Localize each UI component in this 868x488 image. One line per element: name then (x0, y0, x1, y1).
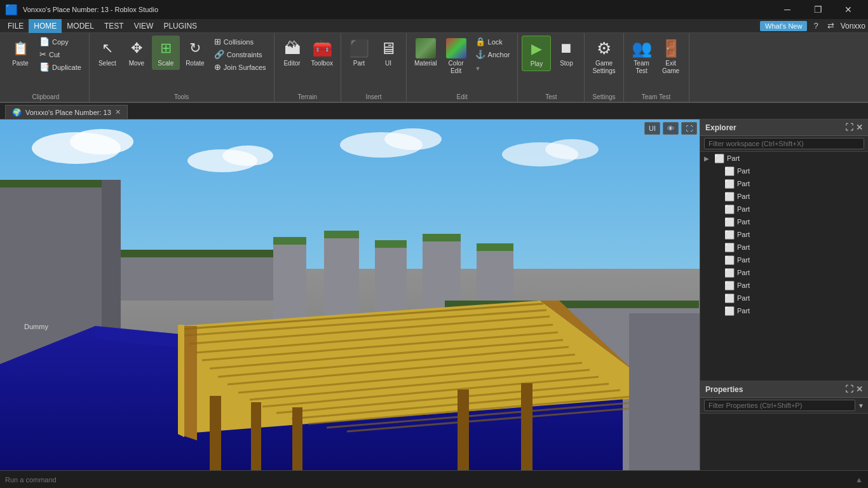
team-test-button[interactable]: 👥 TeamTest (628, 36, 656, 78)
toolbox-button[interactable]: 🧰 Toolbox (308, 36, 337, 70)
ui-icon: 🖥 (378, 38, 398, 58)
move-label: Move (129, 60, 144, 67)
list-item[interactable]: ⬜ Part (700, 165, 868, 177)
list-item[interactable]: ▶ ⬜ Part (700, 152, 868, 165)
properties-search-input[interactable] (704, 400, 855, 411)
move-button[interactable]: ✥ Move (123, 36, 151, 70)
material-button[interactable]: Material (410, 36, 441, 70)
copy-button[interactable]: 📄 Copy (36, 36, 85, 48)
rotate-button[interactable]: ↻ Rotate (181, 36, 209, 70)
insert-group-label: Insert (345, 93, 402, 100)
list-item[interactable]: ⬜ Part (700, 304, 868, 317)
list-item[interactable]: ⬜ Part (700, 228, 868, 241)
part-button[interactable]: ⬛ Part (345, 36, 373, 70)
maximize-button[interactable]: ❐ (803, 0, 832, 19)
share-icon[interactable]: ⇄ (825, 21, 837, 30)
constraints-button[interactable]: 🔗 Constraints (210, 48, 270, 60)
list-item[interactable]: ⬜ Part (700, 203, 868, 215)
edit-small-group: 🔒 Lock ⚓ Anchor ▼ (471, 36, 514, 73)
properties-close-icon[interactable]: ✕ (856, 384, 863, 394)
command-input[interactable] (5, 476, 853, 484)
material-label: Material (414, 60, 437, 67)
item-label: Part (737, 193, 750, 200)
part-item-icon: ⬜ (714, 154, 724, 163)
explorer-panel: Explorer ⛶ ✕ ▶ ⬜ Part ⬜ (700, 119, 868, 381)
menu-view[interactable]: VIEW (129, 19, 159, 33)
ribbon-group-terrain-items: 🏔 Editor 🧰 Toolbox (278, 36, 337, 92)
username-label[interactable]: Vonxxo (841, 22, 865, 30)
terrain-group-label: Terrain (278, 93, 337, 100)
scale-icon: ⊞ (156, 38, 176, 58)
whats-new-button[interactable]: What's New (760, 21, 807, 31)
exit-game-button[interactable]: 🚪 ExitGame (657, 36, 685, 78)
title-bar-controls: ─ ❐ ✕ (773, 0, 863, 19)
join-surfaces-button[interactable]: ⊕ Join Surfaces (210, 61, 270, 73)
svg-rect-48 (210, 396, 221, 470)
properties-maximize-icon[interactable]: ⛶ (845, 384, 853, 394)
properties-dropdown-icon[interactable]: ▼ (858, 402, 864, 409)
lock-button[interactable]: 🔒 Lock (471, 36, 514, 48)
ribbon-group-terrain: 🏔 Editor 🧰 Toolbox Terrain (275, 33, 341, 102)
ui-button[interactable]: 🖥 UI (374, 36, 402, 70)
list-item[interactable]: ⬜ Part (700, 254, 868, 266)
ribbon-group-clipboard: 📋 Paste 📄 Copy ✂ Cut 📑 Duplicate Clipboa… (3, 33, 90, 102)
ui-toggle-button[interactable]: UI (644, 122, 660, 135)
list-item[interactable]: ⬜ Part (700, 241, 868, 254)
list-item[interactable]: ⬜ Part (700, 279, 868, 292)
editor-button[interactable]: 🏔 Editor (278, 36, 306, 70)
settings-group-label: Settings (588, 93, 619, 100)
list-item[interactable]: ⬜ Part (700, 190, 868, 203)
menu-test[interactable]: TEST (99, 19, 129, 33)
menu-file[interactable]: FILE (3, 19, 29, 33)
part-item-icon: ⬜ (724, 205, 735, 214)
edit-expand-button[interactable]: ▼ (471, 64, 514, 73)
explorer-maximize-icon[interactable]: ⛶ (845, 123, 853, 132)
item-label: Part (737, 243, 750, 251)
properties-panel: Properties ⛶ ✕ ▼ (700, 381, 868, 470)
list-item[interactable]: ⬜ Part (700, 215, 868, 228)
part-item-icon: ⬜ (724, 230, 735, 240)
duplicate-button[interactable]: 📑 Duplicate (36, 61, 85, 73)
viewport-tab[interactable]: 🌍 Vonxxo's Place Number: 13 ✕ (5, 105, 128, 119)
anchor-label: Anchor (488, 51, 510, 58)
collisions-button[interactable]: ⊞ Collisions (210, 36, 270, 48)
minimize-button[interactable]: ─ (773, 0, 802, 19)
anchor-button[interactable]: ⚓ Anchor (471, 48, 514, 60)
visibility-toggle-button[interactable]: 👁 (663, 122, 679, 135)
part-item-icon: ⬜ (724, 281, 735, 290)
main-area: Dummy UI 👁 ⛶ Explorer ⛶ ✕ (0, 119, 868, 470)
close-button[interactable]: ✕ (834, 0, 863, 19)
help-icon[interactable]: ? (811, 21, 820, 30)
clipboard-small-group: 📄 Copy ✂ Cut 📑 Duplicate (36, 36, 85, 73)
svg-point-2 (70, 129, 133, 154)
color-button[interactable]: ColorEdit (442, 36, 470, 78)
cut-button[interactable]: ✂ Cut (36, 48, 85, 60)
explorer-search-input[interactable] (704, 138, 864, 149)
game-settings-button[interactable]: ⚙ GameSettings (588, 36, 619, 78)
explorer-close-icon[interactable]: ✕ (856, 123, 863, 132)
menu-model[interactable]: MODEL (62, 19, 99, 33)
scene-svg (0, 119, 700, 470)
play-button[interactable]: ▶ Play (522, 36, 551, 71)
paste-button[interactable]: 📋 Paste (6, 36, 34, 70)
select-button[interactable]: ↖ Select (93, 36, 121, 70)
properties-header: Properties ⛶ ✕ (700, 381, 868, 398)
fullscreen-button[interactable]: ⛶ (681, 122, 697, 135)
properties-header-icons: ⛶ ✕ (845, 384, 863, 394)
color-label: ColorEdit (449, 60, 464, 75)
svg-rect-16 (273, 237, 306, 245)
menu-plugins[interactable]: PLUGINS (158, 19, 202, 33)
duplicate-icon: 📑 (39, 62, 50, 72)
list-item[interactable]: ⬜ Part (700, 292, 868, 304)
tab-close-icon[interactable]: ✕ (115, 108, 121, 116)
viewport[interactable]: Dummy UI 👁 ⛶ (0, 119, 700, 470)
ui-overlay-right: UI 👁 ⛶ (644, 122, 697, 135)
status-dropdown-icon[interactable]: ▲ (855, 475, 863, 484)
list-item[interactable]: ⬜ Part (700, 177, 868, 190)
ribbon-group-insert-items: ⬛ Part 🖥 UI (345, 36, 402, 92)
list-item[interactable]: ⬜ Part (700, 266, 868, 279)
stop-label: Stop (560, 60, 573, 67)
scale-button[interactable]: ⊞ Scale (152, 36, 180, 70)
stop-button[interactable]: ⏹ Stop (552, 36, 580, 70)
menu-home[interactable]: HOME (29, 19, 62, 33)
